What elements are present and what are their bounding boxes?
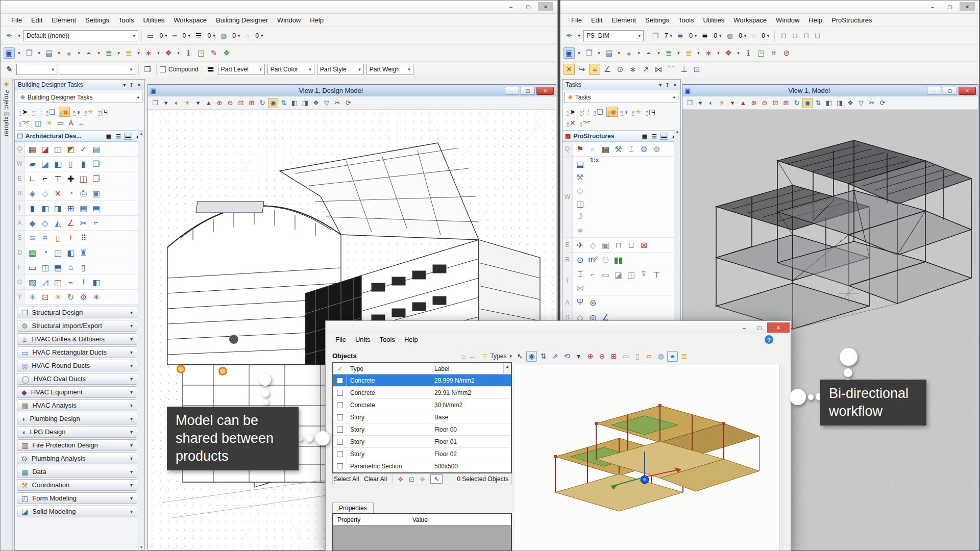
task-group[interactable]: ▥ Fire Protection Design ▾ <box>17 439 137 451</box>
task-icon[interactable]: ✳ <box>26 290 39 304</box>
menu-item[interactable]: Help <box>305 15 328 25</box>
task-icon[interactable]: ⚙ <box>77 290 90 304</box>
cells-icon[interactable]: ● <box>623 47 634 59</box>
task-group[interactable]: ◗ Plumbing Design ▾ <box>17 413 137 424</box>
active-settings-icon[interactable]: ✒ <box>564 30 575 41</box>
tangent-snap-icon[interactable]: ⌒ <box>666 64 677 75</box>
task-icon[interactable]: ◫ <box>625 268 638 281</box>
table-header[interactable]: ✓ Type Label ▲ <box>333 363 511 374</box>
task-icon[interactable]: ◫ <box>52 276 64 289</box>
app-titlebar[interactable]: – ▢ ✕ <box>560 1 979 14</box>
task-icon[interactable]: ◫ <box>52 142 64 156</box>
menu-item[interactable]: File <box>331 335 351 344</box>
pen-icon[interactable]: ✎ <box>4 64 15 75</box>
view-next-icon[interactable]: ▯ <box>632 351 643 362</box>
task-icon[interactable]: ⎙ <box>77 187 90 200</box>
walk-icon[interactable]: ⇅ <box>813 98 823 108</box>
menu-item[interactable]: Units <box>351 335 375 344</box>
dropdown-arrow[interactable]: ▾ <box>76 47 82 59</box>
view-titlebar[interactable]: ▣ View 1, Design Model – ▢ ✕ <box>148 85 556 96</box>
task-icon[interactable]: ◔ <box>64 187 77 200</box>
checkbox[interactable] <box>160 66 166 72</box>
task-icon[interactable]: ∟ <box>26 172 39 185</box>
part-dropdown[interactable]: Part Level▾ <box>218 64 265 75</box>
menu-item[interactable]: ProStructures <box>827 15 876 25</box>
attribute-dropdown[interactable]: ◍0▾ <box>218 30 242 42</box>
task-icon[interactable]: ◇ <box>586 238 599 252</box>
task-tool[interactable]: 5◑ <box>620 107 629 117</box>
back-icon[interactable]: ← <box>469 352 476 360</box>
task-icon[interactable]: ⊤ <box>52 172 64 185</box>
task-icon[interactable]: ↻ <box>64 290 77 304</box>
help-icon[interactable]: ? <box>765 335 773 344</box>
layout-grid-icon[interactable]: ▦ <box>641 133 649 140</box>
section-header-prostructures[interactable]: ▦ ProStructures ▦ ☰ ▬ ▴ <box>562 131 680 142</box>
task-icon[interactable]: ⌐ <box>90 216 103 230</box>
minimize-button[interactable]: – <box>925 2 940 11</box>
task-icon[interactable]: ▣ <box>599 238 612 252</box>
task-icon[interactable]: ✈ <box>574 238 586 252</box>
task-group[interactable]: ◎ HVAC Round Ducts ▾ <box>17 360 137 371</box>
task-icon[interactable]: ◨ <box>52 202 64 215</box>
presentation-icon[interactable]: ◐ <box>706 98 716 108</box>
task-icon[interactable]: ⚙ <box>638 142 650 156</box>
dropdown-arrow[interactable]: ▾ <box>736 47 741 59</box>
menu-item[interactable]: Tools <box>674 15 698 25</box>
menu-item[interactable]: Workspace <box>169 15 211 25</box>
new-file-icon[interactable]: ❐ <box>23 47 35 59</box>
section-view-icon[interactable]: ⊡ <box>409 475 414 483</box>
task-icon[interactable]: m² <box>586 253 599 266</box>
task-icon[interactable]: ✕ <box>52 187 64 200</box>
task-icon[interactable]: ⊡ <box>39 290 52 304</box>
menu-item[interactable]: Settings <box>641 15 674 25</box>
task-set-combo[interactable]: ❖ Building Designer Tasks▾ <box>17 92 142 103</box>
dialog-titlebar[interactable]: – ▢ ✕ <box>326 321 791 333</box>
view-previous-icon[interactable]: ◧ <box>824 98 834 108</box>
viewport-scrollbar[interactable] <box>779 365 785 550</box>
raster-icon[interactable]: ◓ <box>643 47 654 59</box>
multi-snap-icon[interactable]: ⊡ <box>691 64 702 75</box>
task-icon[interactable]: ◫ <box>39 261 52 274</box>
task-icon[interactable]: ▮ <box>77 157 90 170</box>
dropdown-arrow[interactable]: ▾ <box>96 47 102 59</box>
beam-tool-icon[interactable]: ⊓ <box>778 30 789 41</box>
menu-item[interactable]: Window <box>771 15 804 25</box>
menu-item[interactable]: Tools <box>375 335 400 344</box>
new-file-icon[interactable]: ❐ <box>583 47 595 59</box>
view-restore-button[interactable]: ▢ <box>943 87 957 95</box>
task-group[interactable]: ◰ Form Modeling ▾ <box>17 492 137 504</box>
pointer-tool-button[interactable]: ↖ <box>430 474 443 484</box>
check-all-icon[interactable]: ✓ <box>333 363 347 374</box>
task-icon[interactable]: ⚒ <box>574 170 586 184</box>
menu-item[interactable]: Utilities <box>698 15 729 25</box>
chevron-down-icon[interactable]: ▾ <box>659 82 662 88</box>
task-icon[interactable]: ⊔ <box>625 238 638 252</box>
window-area-icon[interactable]: ⊡ <box>236 98 246 108</box>
attribute-dropdown[interactable]: ▭0▾ <box>145 30 169 42</box>
attribute-dropdown[interactable]: ≣0▾ <box>700 30 723 42</box>
task-icon[interactable]: ▤ <box>574 157 586 170</box>
task-icon[interactable]: ⊠ <box>638 238 650 252</box>
beam-tool-icon[interactable]: ⊓ <box>800 30 812 41</box>
origin-snap-icon[interactable]: ∗ <box>627 64 639 75</box>
row-checkbox[interactable] <box>337 427 343 433</box>
filter-icon[interactable]: ▽ <box>482 353 487 360</box>
task-icon[interactable]: ⚙ <box>650 142 663 156</box>
task-icon[interactable]: ▰ <box>26 157 39 170</box>
task-icon[interactable]: ◧ <box>90 276 103 289</box>
task-group[interactable]: ◆ HVAC Equipment ▾ <box>17 386 137 398</box>
attribute-dropdown[interactable]: ◍0▾ <box>725 30 749 42</box>
dropdown-arrow[interactable]: ▾ <box>573 351 584 362</box>
measure-icon[interactable]: ≍ <box>644 351 654 362</box>
bisector-snap-icon[interactable]: ↗ <box>640 64 651 75</box>
task-icon[interactable]: ❒ <box>90 172 103 185</box>
brightness-icon[interactable]: ☀ <box>717 98 727 108</box>
task-icon[interactable]: ◔ <box>39 246 52 259</box>
object-row[interactable]: Story Floor 02 <box>333 448 511 460</box>
task-tool[interactable]: 3❏ <box>593 107 604 117</box>
section-add-icon[interactable]: ❖ <box>420 475 426 483</box>
markup-icon[interactable]: ✎ <box>208 47 219 59</box>
clip-mask-icon[interactable]: ✂ <box>332 98 342 108</box>
dropdown-arrow[interactable]: ▾ <box>156 47 161 59</box>
object-row[interactable]: Story Floor 01 <box>333 436 511 448</box>
